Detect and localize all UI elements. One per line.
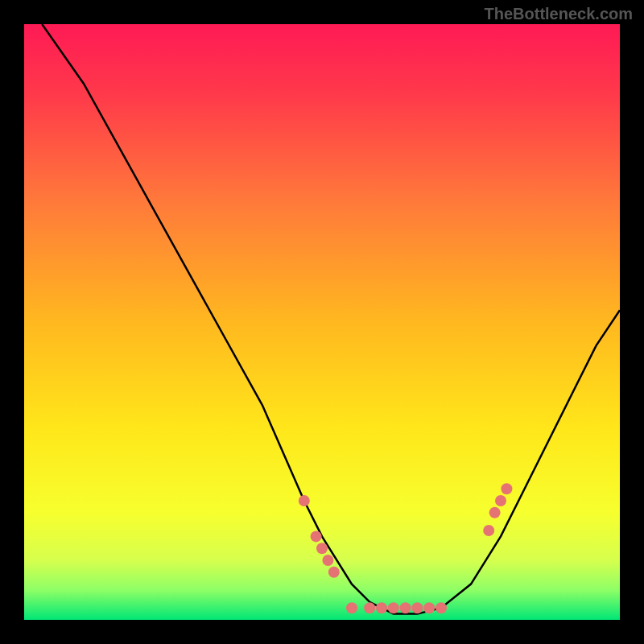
data-point [423,602,435,613]
chart-svg [24,24,620,620]
data-point [495,495,506,506]
data-point [400,602,411,613]
watermark-text: TheBottleneck.com [485,5,633,23]
data-point [483,525,494,536]
data-point [436,602,447,613]
data-point [346,602,357,613]
plot-area [24,24,620,620]
data-point [501,483,512,494]
data-point [411,602,423,613]
data-point [322,555,333,566]
data-point [311,530,322,542]
chart-container: TheBottleneck.com [0,0,644,644]
data-point [299,495,310,506]
data-point [364,602,375,613]
data-point [328,567,340,578]
data-point [316,543,328,554]
data-point [388,602,399,613]
data-point [376,602,387,613]
data-point [489,507,501,518]
gradient-background [24,24,620,620]
